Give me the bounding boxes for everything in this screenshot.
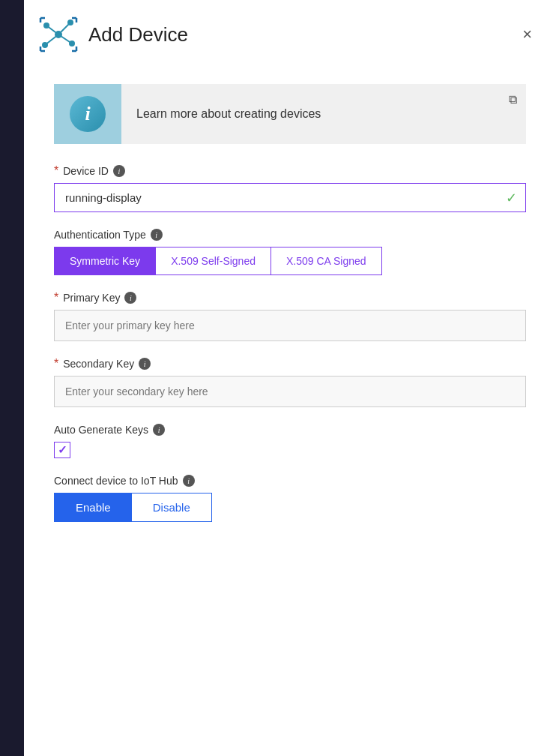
primary-key-group: * Primary Key i [54,292,526,341]
auto-generate-label: Auto Generate Keys i [54,424,526,436]
auto-generate-group: Auto Generate Keys i ✓ [54,424,526,458]
close-button[interactable]: × [516,23,538,46]
primary-key-info-icon[interactable]: i [124,292,136,304]
device-id-group: * Device ID i ✓ [54,165,526,212]
required-star-secondary-key: * [54,358,58,370]
secondary-key-input[interactable] [54,376,526,407]
auto-generate-checkbox[interactable]: ✓ [54,442,70,458]
required-star-primary-key: * [54,292,58,304]
external-link-icon[interactable]: ⧉ [509,93,517,106]
secondary-key-info-icon[interactable]: i [139,358,151,370]
content: i Learn more about creating devices ⧉ * … [24,69,556,568]
connect-device-buttons: Enable Disable [54,493,212,522]
page-title: Add Device [88,23,188,46]
connect-device-info-icon[interactable]: i [183,475,195,487]
info-banner: i Learn more about creating devices ⧉ [54,84,526,144]
device-id-input-wrapper: ✓ [54,183,526,212]
device-id-label: * Device ID i [54,165,526,177]
auth-symmetric-key-button[interactable]: Symmetric Key [55,248,156,274]
header: Add Device × [24,0,556,69]
info-circle-icon: i [70,96,106,132]
secondary-key-group: * Secondary Key i [54,358,526,407]
disable-button[interactable]: Disable [132,494,211,521]
panel: Add Device × i Learn more about creating… [24,0,556,756]
checkbox-check-icon: ✓ [58,443,67,457]
secondary-key-label: * Secondary Key i [54,358,526,370]
primary-key-input[interactable] [54,310,526,341]
auth-x509-self-signed-button[interactable]: X.509 Self-Signed [156,248,271,274]
required-star-device-id: * [54,165,58,177]
device-id-info-icon[interactable]: i [113,165,125,177]
connect-device-group: Connect device to IoT Hub i Enable Disab… [54,475,526,522]
auth-x509-ca-signed-button[interactable]: X.509 CA Signed [271,248,381,274]
device-id-input[interactable] [54,183,526,212]
auth-type-label: Authentication Type i [54,229,526,241]
auto-generate-info-icon[interactable]: i [153,424,165,436]
info-banner-icon-wrap: i [54,84,121,144]
valid-check-icon: ✓ [506,190,517,206]
header-left: Add Device [39,15,188,54]
connect-device-label: Connect device to IoT Hub i [54,475,526,487]
auto-generate-checkbox-wrapper: ✓ [54,442,526,458]
info-banner-text: Learn more about creating devices [121,107,526,121]
auth-type-group: Authentication Type i Symmetric Key X.50… [54,229,526,275]
primary-key-label: * Primary Key i [54,292,526,304]
sidebar [0,0,24,756]
auth-type-info-icon[interactable]: i [151,229,163,241]
enable-button[interactable]: Enable [55,494,132,521]
iot-hub-icon [39,15,78,54]
auth-type-buttons: Symmetric Key X.509 Self-Signed X.509 CA… [54,247,382,275]
